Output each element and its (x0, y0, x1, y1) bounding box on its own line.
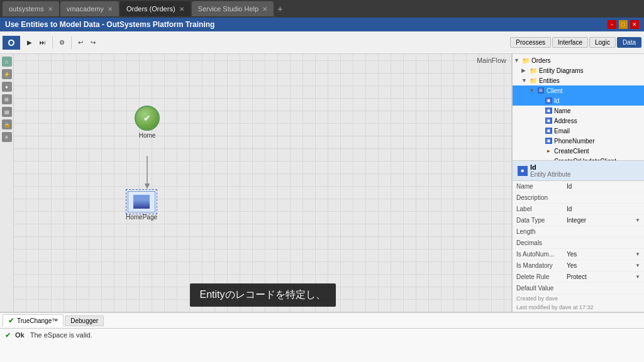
close-icon[interactable]: ✕ (108, 6, 113, 13)
props-row-decimals: Decimals (513, 238, 644, 249)
sidebar-icon-4[interactable]: ⊞ (2, 94, 12, 104)
canvas-area[interactable]: MainFlow ✔ Home (14, 54, 512, 312)
homepage-selection (126, 189, 157, 214)
minimize-button[interactable]: − (608, 20, 616, 29)
close-icon[interactable]: ✕ (48, 6, 53, 13)
expand-icon[interactable]: ▼ (514, 57, 521, 63)
props-dropdown-icon[interactable]: ▼ (635, 251, 640, 257)
tree-item-entities[interactable]: ▼📁Entities (513, 75, 644, 85)
props-title: Id (530, 163, 570, 171)
tree-item-icon: 📁 (529, 76, 538, 85)
undo-button[interactable]: ↩ (75, 37, 86, 48)
tree-item-phonenumber[interactable]: ▣PhoneNumber (513, 136, 644, 146)
tab-vmacademy[interactable]: vmacademy ✕ (60, 1, 119, 16)
props-entity-icon: ■ (518, 166, 528, 176)
tree-item-entity-diagrams[interactable]: ▶📁Entity Diagrams (513, 65, 644, 75)
props-row-is-mandatory: Is MandatoryYes▼ (513, 260, 644, 272)
sidebar-icon-7[interactable]: ≡ (2, 132, 12, 142)
tree-item-client[interactable]: ▼⊞Client (513, 85, 644, 96)
close-icon[interactable]: ✕ (179, 6, 184, 13)
props-dropdown-icon[interactable]: ▼ (635, 263, 640, 268)
props-title-block: Id Entity Attribute (530, 163, 570, 178)
tab-label: outsystems (9, 5, 44, 13)
tree-item-label: Orders (531, 57, 551, 64)
props-row-data-type: Data TypeInteger▼ (513, 215, 644, 226)
sidebar-icon-1[interactable]: ⌂ (2, 57, 12, 67)
tab-help[interactable]: Service Studio Help ✕ (192, 1, 274, 16)
props-header: ■ Id Entity Attribute (513, 161, 644, 181)
module-tabs: Processes Interface Logic Data (510, 37, 641, 48)
props-row-value[interactable]: Yes▼ (567, 251, 640, 258)
play-button[interactable]: ▶ (24, 37, 35, 48)
props-row-label: Label (516, 206, 567, 212)
canvas-label: MainFlow (477, 57, 506, 64)
tree-item-icon: ▣ (544, 126, 553, 135)
props-row-value[interactable]: Protect▼ (567, 273, 640, 280)
props-value-text: Id (567, 206, 572, 212)
status-ok: Ok (15, 331, 25, 339)
tree-item-icon: ▸ (544, 146, 553, 155)
sidebar-icon-6[interactable]: 🔒 (2, 119, 12, 129)
props-row-description: Description (513, 192, 644, 204)
expand-icon[interactable]: ▶ (521, 67, 529, 74)
tree-item-email[interactable]: ▣Email (513, 126, 644, 136)
props-dropdown-icon[interactable]: ▼ (635, 274, 640, 280)
left-sidebar: ⌂ ⚡ ♦ ⊞ ▤ 🔒 ≡ (0, 54, 14, 312)
tree-item-icon: ▣ (544, 116, 553, 125)
main-content: ⌂ ⚡ ♦ ⊞ ▤ 🔒 ≡ MainFlow (0, 54, 644, 312)
redo-button[interactable]: ↪ (87, 37, 99, 48)
tree-item-id[interactable]: ▣Id (513, 96, 644, 106)
tree-item-orders[interactable]: ▼📁Orders (513, 55, 644, 65)
tree-item-address[interactable]: ▣Address (513, 116, 644, 126)
tree-item-icon: ▣ (544, 136, 553, 145)
props-row-value[interactable]: Integer▼ (567, 217, 640, 224)
props-row-label: Default Value (516, 285, 567, 292)
interface-tab[interactable]: Interface (552, 37, 588, 48)
ide-container: Use Entities to Model Data - OutSystems … (0, 18, 644, 362)
properties-panel: ■ Id Entity Attribute NameIdDescriptionL… (513, 161, 644, 312)
browser-tabs: outsystems ✕ vmacademy ✕ Orders (Orders)… (0, 0, 644, 18)
props-dropdown-icon[interactable]: ▼ (635, 217, 640, 223)
props-row-value[interactable]: Id (567, 183, 640, 190)
tab-outsystems[interactable]: outsystems ✕ (3, 1, 59, 16)
homepage-node[interactable]: HomePage (126, 191, 157, 221)
restore-button[interactable]: □ (619, 20, 628, 29)
sidebar-icon-3[interactable]: ♦ (2, 82, 12, 92)
step-button[interactable]: ⏭ (36, 37, 49, 48)
ide-titlebar: Use Entities to Model Data - OutSystems … (0, 18, 644, 31)
tree-item-createorupdateclient[interactable]: ▸CreateOrUpdateClient (513, 156, 644, 161)
sidebar-icon-5[interactable]: ▤ (2, 107, 12, 117)
expand-icon[interactable]: ▼ (529, 87, 536, 94)
props-row-value[interactable]: Id (567, 206, 640, 212)
right-panel: ▼📁Orders▶📁Entity Diagrams▼📁Entities▼⊞Cli… (512, 54, 644, 312)
truechange-tab[interactable]: ✔ TrueChange™ (3, 314, 64, 327)
props-modified: Last modified by dave at 17:32 (513, 303, 644, 312)
props-row-label: Decimals (516, 239, 567, 246)
tree-item-icon: ▣ (544, 106, 553, 115)
bottom-content: ✔ Ok The eSpace is valid. (0, 329, 644, 342)
entity-tree[interactable]: ▼📁Orders▶📁Entity Diagrams▼📁Entities▼⊞Cli… (513, 54, 644, 161)
close-button[interactable]: ✕ (630, 20, 639, 29)
expand-icon[interactable]: ▼ (521, 77, 529, 84)
props-row-label: Name (516, 183, 567, 190)
logic-tab[interactable]: Logic (589, 37, 616, 48)
tab-orders[interactable]: Orders (Orders) ✕ (120, 1, 191, 16)
tree-item-icon: ▣ (544, 96, 553, 105)
tree-item-label: Client (547, 87, 563, 94)
sidebar-icon-2[interactable]: ⚡ (2, 69, 12, 79)
settings-button[interactable]: ⚙ (56, 37, 68, 48)
tree-item-icon: ▸ (544, 156, 553, 161)
new-tab-button[interactable]: + (277, 4, 282, 14)
data-tab[interactable]: Data (617, 37, 641, 48)
tree-item-name[interactable]: ▣Name (513, 106, 644, 116)
tree-item-createclient[interactable]: ▸CreateClient (513, 146, 644, 156)
tree-item-icon: ⊞ (536, 86, 545, 95)
debugger-tab[interactable]: Debugger (65, 315, 104, 326)
close-icon[interactable]: ✕ (262, 6, 267, 13)
processes-tab[interactable]: Processes (510, 37, 551, 48)
props-row-default-value: Default Value (513, 283, 644, 294)
tree-item-label: Id (554, 97, 559, 104)
tree-item-label: CreateClient (554, 148, 589, 155)
home-node[interactable]: ✔ Home (135, 106, 160, 139)
props-row-value[interactable]: Yes▼ (567, 262, 640, 269)
